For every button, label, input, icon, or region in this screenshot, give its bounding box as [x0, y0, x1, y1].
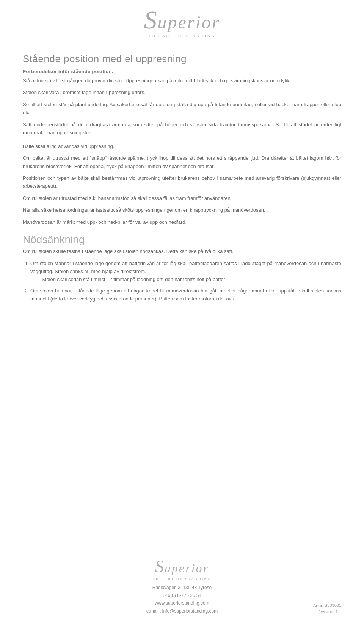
footer-logo: Superior The art of standing: [0, 556, 364, 581]
page: Superior The art of standing Stående pos…: [0, 0, 364, 630]
logo-rest: uperior: [158, 12, 220, 32]
footer-tagline: The art of standing: [0, 577, 364, 581]
paragraph-9: När alla säkerhetsanordningar är fastsat…: [23, 206, 341, 214]
footer-website: www.superiorstanding.com: [0, 599, 364, 607]
footer-logo-rest: uperior: [165, 561, 209, 575]
paragraph-3: Se till att stolen står på plant underla…: [23, 101, 341, 117]
nodsankning-item-2: Om stolen hamnar i stående läge genom at…: [30, 287, 341, 303]
nodsankning-list: Om stolen stannar i stående läge genom a…: [23, 259, 341, 303]
header: Superior The art of standing: [23, 0, 341, 42]
footer-logo-s: S: [155, 556, 165, 577]
paragraph-5: Bälte skall alltid användas vid uppresni…: [23, 142, 341, 150]
footer-logo-text: Superior: [0, 556, 364, 577]
logo-tagline: The art of standing: [144, 33, 220, 38]
footer-email: e.mail : info@superiorstanding.com: [0, 607, 364, 615]
paragraph-4: Sätt underbenstödet på de utdragbara arm…: [23, 121, 341, 137]
nodsankning-intro: Om rullstolen skulle fastna i stående lä…: [23, 247, 341, 255]
footer-phone: +46(0) 8-776 26 54: [0, 592, 364, 599]
paragraph-10: Manöverdosan är märkt med upp- och ned-p…: [23, 218, 341, 226]
artnr: Artnr: S333001: [313, 602, 341, 609]
logo-main: Superior: [144, 7, 220, 33]
item-1-sub: Stolen skall sedan stå i minst 12 timmar…: [30, 275, 341, 283]
paragraph-6: Om bältet är utrustat med ett ”snäpp” lå…: [23, 154, 341, 170]
paragraph-7: Positionen och typen av bälte skall best…: [23, 174, 341, 190]
nodsankning-item-1: Om stolen stannar i stående läge genom a…: [30, 259, 341, 284]
nodsankning-heading: Nödsänkning: [23, 234, 341, 246]
version-number: Version: 1.1: [313, 609, 341, 615]
main-title: Stående position med el uppresning: [23, 53, 341, 65]
paragraph-8: Om rullstolen är utrustad med s.k. banan…: [23, 194, 341, 202]
item-2-text: Om stolen hamnar i stående läge genom at…: [30, 288, 341, 302]
footer-info: Radiovägen 3, 135 48 Tyresö +46(0) 8-776…: [0, 584, 364, 615]
paragraph-1: Stå aldrig själv först gången du provar …: [23, 77, 341, 85]
version-info: Artnr: S333001 Version: 1.1: [313, 602, 341, 615]
paragraph-2: Stolen skall vara i bromsat läge innan u…: [23, 88, 341, 96]
preparations-heading: Förberedelser inför stående position.: [23, 69, 341, 74]
logo-container: Superior The art of standing: [144, 7, 220, 38]
item-1-text: Om stolen stannar i stående läge genom a…: [30, 261, 341, 274]
footer: Superior The art of standing Radiovägen …: [0, 556, 364, 615]
footer-address: Radiovägen 3, 135 48 Tyresö: [0, 584, 364, 591]
nodsankning-section: Nödsänkning Om rullstolen skulle fastna …: [23, 234, 341, 303]
logo-s-letter: S: [144, 7, 158, 33]
